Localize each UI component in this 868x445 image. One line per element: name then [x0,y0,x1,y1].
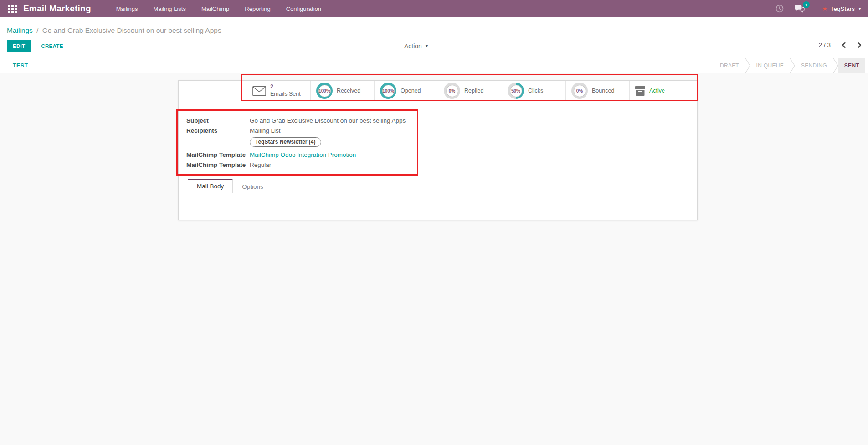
progress-ring: 50% [508,83,524,99]
status-step-draft[interactable]: DRAFT [714,58,745,73]
stat-label: Clicks [528,88,543,94]
stat-clicks-button[interactable]: 50% Clicks [502,81,565,101]
step-chevron-icon [790,58,795,73]
action-dropdown-label: Action [404,42,422,50]
mailing-list-tag[interactable]: TeqStars Newsletter (4) [250,137,321,147]
field-label [186,137,250,147]
test-button[interactable]: TEST [13,62,28,69]
field-group: Subject Go and Grab Exclusive Discount o… [186,117,478,171]
breadcrumb-mailings-link[interactable]: Mailings [7,26,33,34]
pager-previous-button[interactable] [841,42,847,48]
record-pager: 2 / 3 [819,41,863,48]
message-count-badge: 1 [803,1,810,8]
stat-value: 2 [270,83,301,91]
field-recipients: Recipients Mailing List [186,127,478,134]
field-label: MailChimp Template [186,151,250,158]
stat-active-button[interactable]: Active [629,81,697,101]
field-mailing-list-tags: TeqStars Newsletter (4) [186,137,478,147]
chevron-down-icon: ▼ [425,44,429,48]
stat-label: Bounced [592,88,614,94]
stat-value: 0% [446,85,458,97]
top-navbar: Email Marketing Mailings Mailing Lists M… [0,0,868,17]
field-label: MailChimp Template [186,161,250,168]
activities-clock-icon[interactable] [776,5,784,13]
action-dropdown[interactable]: Action ▼ [404,42,429,50]
stat-label: Opened [401,88,421,94]
tab-options[interactable]: Options [233,180,272,193]
envelope-icon [252,86,266,96]
archive-icon [635,86,645,96]
field-value: Mailing List [250,127,281,134]
apps-menu-icon[interactable] [8,5,17,13]
status-step-sending[interactable]: SENDING [795,58,833,73]
progress-ring: 0% [444,83,460,99]
stat-label: Active [649,88,665,94]
field-subject: Subject Go and Grab Exclusive Discount o… [186,117,478,124]
stat-value: 100% [318,85,331,97]
stat-value: 50% [510,85,522,97]
field-label: Recipients [186,127,250,134]
stat-emails-sent-button[interactable]: 2 Emails Sent [247,81,310,101]
nav-item-reporting[interactable]: Reporting [245,5,270,12]
status-bar: TEST DRAFT IN QUEUE SENDING SENT [0,58,868,73]
stat-label: Received [337,88,360,94]
pager-next-button[interactable] [857,42,863,48]
step-chevron-icon [833,58,838,73]
stat-bounced-button[interactable]: 0% Bounced [565,81,629,101]
stat-opened-button[interactable]: 100% Opened [374,81,438,101]
stat-replied-button[interactable]: 0% Replied [438,81,502,101]
stat-button-box: 2 Emails Sent 100% Received 100% Opened … [179,81,697,101]
user-menu[interactable]: ★ TeqStars ▼ [822,5,862,12]
field-value: Go and Grab Exclusive Discount on our be… [250,117,406,124]
mail-body-panel [179,193,697,220]
step-chevron-icon [745,58,750,73]
nav-menu: Mailings Mailing Lists MailChimp Reporti… [116,5,321,12]
nav-item-mailchimp[interactable]: MailChimp [201,5,229,12]
stat-value: 0% [574,85,586,97]
breadcrumb-separator: / [36,26,38,34]
field-mailchimp-template: MailChimp Template MailChimp Odoo Integr… [186,151,478,158]
nav-item-mailings[interactable]: Mailings [116,5,138,12]
breadcrumb: Mailings / Go and Grab Exclusive Discoun… [7,26,221,35]
pager-count: 2 / 3 [819,41,831,48]
mailchimp-template-link[interactable]: MailChimp Odoo Integration Promotion [250,151,356,158]
nav-item-mailing-lists[interactable]: Mailing Lists [153,5,186,12]
form-sheet: 2 Emails Sent 100% Received 100% Opened … [178,80,698,220]
breadcrumb-current-record: Go and Grab Exclusive Discount on our be… [42,26,221,34]
chevron-down-icon: ▼ [858,7,862,11]
user-name: TeqStars [831,5,855,12]
tab-mail-body[interactable]: Mail Body [188,179,233,193]
app-title: Email Marketing [23,4,91,14]
statusbar-steps: DRAFT IN QUEUE SENDING SENT [714,58,865,73]
stat-received-button[interactable]: 100% Received [310,81,374,101]
messages-icon[interactable]: 1 [795,5,805,13]
field-label: Subject [186,117,250,124]
nav-item-configuration[interactable]: Configuration [286,5,321,12]
progress-ring: 100% [380,83,396,99]
progress-ring: 100% [316,83,333,99]
stat-label: Emails Sent [270,91,301,98]
control-panel: Mailings / Go and Grab Exclusive Discoun… [0,17,868,58]
notebook-tabs: Mail Body Options [179,179,697,193]
progress-ring: 0% [571,83,588,99]
create-button[interactable]: CREATE [41,43,63,49]
field-value: Regular [250,161,271,168]
form-view-content: 2 Emails Sent 100% Received 100% Opened … [0,73,868,445]
stat-value: 100% [382,85,395,97]
user-avatar: ★ [822,6,827,12]
email-marketing-page: Email Marketing Mailings Mailing Lists M… [0,0,868,445]
edit-button[interactable]: EDIT [7,40,31,52]
status-step-in-queue[interactable]: IN QUEUE [750,58,790,73]
status-step-sent[interactable]: SENT [838,58,865,73]
field-mailchimp-template-type: MailChimp Template Regular [186,161,478,168]
stat-label: Replied [464,88,483,94]
